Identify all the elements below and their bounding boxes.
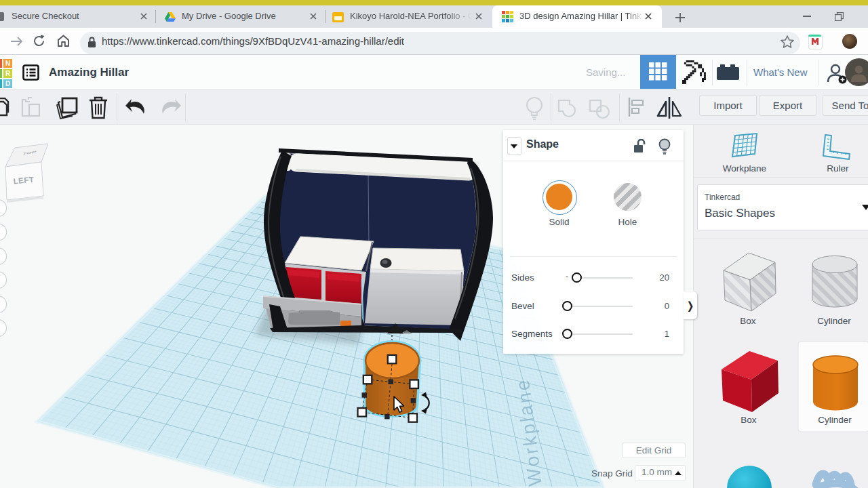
svg-text:Box: Box xyxy=(740,316,756,326)
svg-text:Cylinder: Cylinder xyxy=(818,415,852,425)
svg-text:Box: Box xyxy=(741,415,757,425)
svg-text:Cylinder: Cylinder xyxy=(817,316,851,326)
